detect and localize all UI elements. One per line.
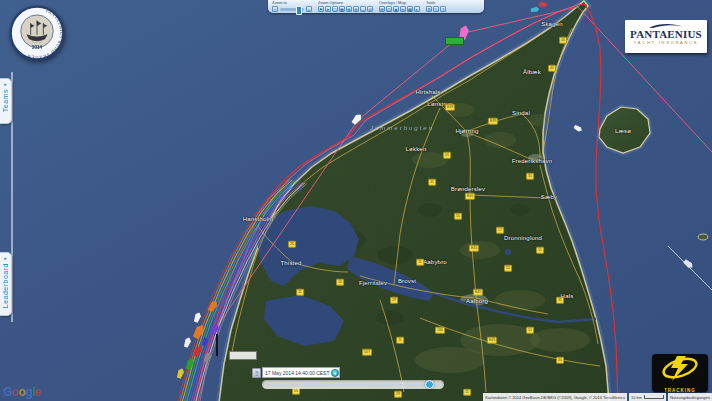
follow-boat-icon[interactable]: ➤ [325, 6, 331, 12]
tracker-emblem-icon [652, 354, 708, 384]
tab-label: Teams [2, 89, 9, 112]
sidebar-tab-leaderboard[interactable]: ▸ Leaderboard [0, 252, 12, 316]
town-label: Løkken [406, 146, 427, 152]
town-label: Sindal [512, 110, 530, 116]
town-label: Læsø [615, 128, 631, 134]
time-slider-knob[interactable] [425, 380, 434, 389]
road-badge: 17 [496, 227, 504, 234]
sponsor-logo[interactable]: PANTAENIUS YACHT INSURANCE [625, 20, 707, 53]
road-badge: 11 [396, 337, 404, 344]
toolbar-group: Zoom to−+ [272, 0, 312, 13]
town-label: Ålbæk [523, 69, 541, 75]
time-dropdown-button[interactable]: ▾ [331, 369, 339, 377]
pan-icon[interactable]: ↔ [360, 6, 366, 12]
map-toolbar: Zoom to−+Zoom Options⚑➤◻▦⊕⊖↔↺Overlays / … [268, 0, 484, 13]
zoom-in-button[interactable]: + [306, 6, 312, 12]
road-badge: 11 [296, 289, 304, 296]
road-badge: 40 [548, 65, 556, 72]
road-badge: E45 [473, 289, 483, 296]
road-badge: 40 [559, 37, 567, 44]
marker-icon[interactable]: ◉ [393, 6, 399, 12]
settings-icon[interactable]: ⚙ [426, 6, 432, 12]
town-label: Skagen [541, 21, 563, 27]
road-badge: 55 [454, 213, 462, 220]
chevron-right-icon: ▸ [4, 82, 7, 87]
map-type-icon[interactable]: ◐ [414, 6, 420, 12]
sponsor-tagline: YACHT INSURANCE [625, 40, 707, 46]
town-label: Hanstholm [243, 216, 273, 222]
toolbar-group-label: Zoom Options [318, 1, 373, 5]
toolbar-groups: Zoom to−+Zoom Options⚑➤◻▦⊕⊖↔↺Overlays / … [272, 0, 480, 13]
road-badge: E45 [469, 245, 479, 252]
road-badge: E45 [487, 337, 497, 344]
road-badge: 35 [526, 173, 534, 180]
toolbar-group: Zoom Options⚑➤◻▦⊕⊖↔↺ [318, 0, 373, 13]
badge-year: 2014 [32, 45, 43, 50]
toolbar-controls: ⚙✎? [426, 6, 446, 12]
map-canvas[interactable] [0, 0, 712, 401]
reset-view-icon[interactable]: ↺ [367, 6, 373, 12]
toolbar-group-label: Tools [426, 1, 446, 5]
tracker-logo[interactable]: TRACKING [652, 354, 708, 392]
google-letter: G [3, 385, 12, 399]
edit-icon[interactable]: ✎ [433, 6, 439, 12]
time-slider[interactable] [262, 380, 444, 389]
zoom-in-icon[interactable]: ⊕ [346, 6, 352, 12]
road-badge: 40 [556, 357, 564, 364]
toolbar-group-label: Overlays / Map [379, 1, 420, 5]
scale-line [644, 395, 664, 399]
road-badge: 11 [416, 259, 424, 266]
sidebar-tab-teams[interactable]: ▸ Teams [0, 78, 12, 124]
road-badge: E39 [488, 118, 498, 125]
chevron-right-icon: ▸ [4, 256, 7, 261]
road-badge: 29 [390, 297, 398, 304]
toolbar-group: Tools⚙✎? [426, 0, 446, 13]
road-badge: 11 [463, 389, 471, 396]
time-drag-handle[interactable]: ⣿ [252, 368, 261, 378]
mark-buoy[interactable] [216, 334, 218, 356]
google-letter: o [12, 385, 19, 399]
town-label: Thisted [280, 260, 301, 266]
layers-icon[interactable]: ◫ [386, 6, 392, 12]
zoom-slider-handle[interactable] [296, 6, 302, 15]
event-badge: PANTAENIUS RUND SKAGEN ·········· 2014 [8, 4, 66, 62]
fit-all-icon[interactable]: ◻ [332, 6, 338, 12]
grid-icon[interactable]: ▦ [339, 6, 345, 12]
wind-icon[interactable]: ≋ [400, 6, 406, 12]
zoom-level-slider[interactable] [280, 8, 304, 11]
ruler-icon[interactable]: ▤ [379, 6, 385, 12]
toolbar-controls: −+ [272, 6, 312, 12]
tab-label: Leaderboard [2, 263, 9, 308]
flag-icon[interactable]: ⚑ [318, 6, 324, 12]
road-badge: 11 [428, 179, 436, 186]
road-badge: 55 [536, 247, 544, 254]
toolbar-controls: ⚑➤◻▦⊕⊖↔↺ [318, 6, 373, 12]
satellite-icon[interactable]: ▩ [407, 6, 413, 12]
help-icon[interactable]: ? [440, 6, 446, 12]
town-label: Brovst [398, 278, 416, 284]
road-badge: 180 [435, 327, 445, 334]
road-badge: 35 [556, 297, 564, 304]
town-label: Aalborg [466, 298, 488, 304]
road-badge: 26 [336, 279, 344, 286]
toolbar-controls: ▤◫◉≋▩◐ [379, 6, 420, 12]
toolbar-group-label: Zoom to [272, 1, 312, 5]
road-badge: 55 [443, 152, 451, 159]
time-slider-groove [267, 384, 439, 386]
toolbar-group: Overlays / Map▤◫◉≋▩◐ [379, 0, 420, 13]
google-letter: o [19, 385, 26, 399]
road-badge: 26 [288, 241, 296, 248]
town-label: Brønderslev [451, 186, 486, 192]
zoom-out-button[interactable]: − [272, 6, 278, 12]
time-display[interactable]: 17 May 2014 14:40:00 CEST [262, 367, 340, 378]
town-label: Dronninglund [504, 235, 542, 241]
town-label: Sæby [541, 194, 557, 200]
road-badge: 507 [362, 349, 372, 356]
google-logo[interactable]: Google [3, 385, 41, 399]
road-badge: E39 [445, 104, 455, 111]
boat-name-label [229, 351, 257, 360]
road-badge: 29 [394, 391, 402, 398]
zoom-out-icon[interactable]: ⊖ [353, 6, 359, 12]
google-letter: e [35, 385, 41, 399]
terms-link[interactable]: Nutzungsbedingungen [668, 393, 712, 401]
